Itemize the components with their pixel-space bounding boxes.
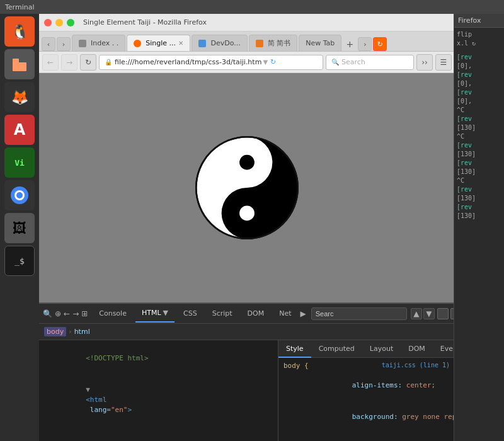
ff-tab-single[interactable]: Single ... ✕ bbox=[127, 35, 190, 51]
dt-breadcrumb-html[interactable]: html bbox=[74, 328, 90, 336]
ff-url-protocol-icon: 🔒 bbox=[105, 59, 112, 66]
ff-tab-newtab[interactable]: New Tab bbox=[299, 35, 341, 51]
dt-expand-btn[interactable]: ⊞ bbox=[81, 307, 88, 321]
extra-term-line-13: [rev bbox=[457, 159, 501, 168]
extra-term-line-17: [130] bbox=[457, 194, 501, 203]
ff-tab-jianshu[interactable]: 简 简书 bbox=[249, 35, 298, 51]
dt-search-up[interactable]: ▲ bbox=[411, 308, 422, 319]
extra-term-line-1: [rev bbox=[457, 53, 501, 62]
dt-search-input[interactable] bbox=[311, 307, 407, 320]
sidebar-icon-files[interactable] bbox=[4, 49, 35, 79]
ff-tab-forward[interactable]: › bbox=[57, 37, 71, 51]
html-head-line[interactable]: ▶ <head> bbox=[42, 426, 275, 441]
ff-url-bar[interactable]: 🔒 file:///home/reverland/tmp/css-3d/taij… bbox=[99, 55, 323, 70]
dt-styles-tab-style[interactable]: Style bbox=[278, 340, 311, 358]
ff-reload-url-btn[interactable]: ↻ bbox=[270, 58, 276, 66]
ff-tab-index[interactable]: Index . . bbox=[72, 35, 125, 51]
sidebar-icon-terminal[interactable]: _$ bbox=[4, 246, 35, 276]
ff-url-text: file:///home/reverland/tmp/css-3d/taiji.… bbox=[115, 58, 261, 66]
dt-styles-tabs: Style Computed Layout DOM Events bbox=[278, 340, 455, 358]
devtools-toolbar: 🔍 ⊕ ← → ⊞ Console HTML ▼ CSS Script DOM bbox=[39, 304, 455, 324]
sidebar-icon-ubuntu[interactable]: 🐧 bbox=[4, 16, 35, 47]
dt-styles-tab-layout[interactable]: Layout bbox=[362, 340, 401, 358]
extra-term-line-9: [130] bbox=[457, 123, 501, 132]
extra-term-line-12: [130] bbox=[457, 150, 501, 159]
ff-sync-btn[interactable]: ↻ bbox=[373, 37, 387, 51]
svg-point-4 bbox=[16, 192, 23, 198]
ff-page-content bbox=[39, 73, 455, 302]
dt-tab-html[interactable]: HTML ▼ bbox=[135, 305, 175, 323]
ff-tab-single-close[interactable]: ✕ bbox=[178, 40, 183, 47]
dt-styles-tab-computed[interactable]: Computed bbox=[311, 340, 362, 358]
firefox-window: Single Element Taiji - Mozilla Firefox ‹… bbox=[39, 14, 455, 441]
dt-prop-bg: background: grey none repeat scroll 0 bbox=[284, 401, 450, 433]
dt-nav-back[interactable]: ← bbox=[64, 307, 70, 321]
ff-tabs-bar: ‹ › Index . . Single ... ✕ DevDo... 简 简书… bbox=[39, 32, 455, 52]
ff-search-text: Search bbox=[341, 58, 365, 66]
ff-tab-devdo[interactable]: DevDo... bbox=[192, 35, 247, 51]
dt-minimize[interactable] bbox=[437, 308, 449, 319]
extra-term-line-4: [0], bbox=[457, 79, 501, 88]
ff-maximize-btn[interactable] bbox=[67, 19, 74, 26]
ff-tab-back[interactable]: ‹ bbox=[42, 37, 55, 51]
ff-tab-overflow[interactable]: › bbox=[358, 37, 372, 51]
ff-toolbar: ← → ↻ 🔒 file:///home/reverland/tmp/css-3… bbox=[39, 52, 455, 73]
dt-picker-icon[interactable]: ⊕ bbox=[55, 307, 61, 321]
dt-nav-forward[interactable]: → bbox=[72, 307, 79, 321]
dt-tab-net[interactable]: Net bbox=[273, 305, 297, 323]
extra-term-line-14: [130] bbox=[457, 168, 501, 176]
sidebar-icon-fontviewer[interactable]: A bbox=[4, 115, 35, 145]
ff-minimize-btn[interactable] bbox=[55, 19, 63, 26]
ff-back-btn[interactable]: ← bbox=[42, 54, 59, 71]
svg-point-6 bbox=[239, 205, 255, 220]
dt-search-nav: ▲ ▼ bbox=[411, 308, 435, 319]
dt-tab-css[interactable]: CSS bbox=[177, 305, 203, 323]
dt-search-down[interactable]: ▼ bbox=[423, 308, 435, 319]
ff-search-icon: 🔍 bbox=[331, 59, 339, 66]
dt-prop-align: align-items: center; bbox=[284, 370, 450, 401]
extra-term-line-6: [0], bbox=[457, 97, 501, 106]
extra-line-xl: x.l ↻ bbox=[457, 39, 501, 48]
dt-inspector-icon[interactable]: 🔍 bbox=[43, 307, 52, 321]
ff-tab-single-label: Single ... bbox=[146, 39, 176, 47]
sidebar: 🐧 🦊 A Vi 🖼 _$ bbox=[0, 14, 39, 441]
extra-term-line-18: [rev bbox=[457, 203, 501, 212]
dt-styles-tab-events[interactable]: Events bbox=[433, 340, 455, 358]
extra-term-line-10: ^C bbox=[457, 132, 501, 141]
dt-rule-body: body { taiji.css (line 1) align-items: c… bbox=[284, 362, 450, 441]
terminal-titlebar: Terminal bbox=[0, 0, 504, 14]
sidebar-icon-chromium[interactable] bbox=[4, 180, 35, 210]
dt-tab-console[interactable]: Console bbox=[93, 305, 133, 323]
ff-close-btn[interactable] bbox=[44, 19, 52, 26]
ff-forward-btn[interactable]: → bbox=[61, 54, 77, 71]
extra-term-line-7: ^C bbox=[457, 106, 501, 115]
sidebar-icon-imageviewer[interactable]: 🖼 bbox=[4, 213, 35, 243]
svg-point-7 bbox=[239, 155, 255, 170]
dt-prop-display: display: flex; bbox=[284, 433, 450, 441]
html-doctype-line: <!DOCTYPE html> bbox=[42, 343, 275, 374]
extra-panel-title: Firefox bbox=[454, 14, 504, 28]
ff-new-tab-btn[interactable]: + bbox=[343, 37, 357, 51]
dt-html-panel: <!DOCTYPE html> ▼ <html lang="en"> ▶ <he… bbox=[39, 340, 278, 441]
dt-expand-panels[interactable]: ▶ bbox=[301, 307, 306, 321]
ff-reload-btn[interactable]: ↻ bbox=[80, 54, 96, 71]
ff-search-bar[interactable]: 🔍 Search bbox=[326, 55, 414, 70]
sidebar-icon-firefox[interactable]: 🦊 bbox=[4, 82, 35, 112]
sidebar-icon-vim[interactable]: Vi bbox=[4, 147, 35, 178]
ff-tab-index-label: Index . . bbox=[91, 39, 118, 47]
dt-breadcrumb-body[interactable]: body bbox=[44, 327, 66, 336]
devtools-panel: 🔍 ⊕ ← → ⊞ Console HTML ▼ CSS Script DOM bbox=[39, 302, 455, 441]
dt-tab-dom[interactable]: DOM bbox=[241, 305, 271, 323]
extra-terminal-content: flip x.l ↻ [rev [0], [rev [0], [rev [0],… bbox=[454, 28, 504, 223]
dt-tab-script[interactable]: Script bbox=[206, 305, 239, 323]
dt-html-dropdown[interactable]: ▼ bbox=[163, 309, 168, 317]
ff-tab-jianshu-label: 简 简书 bbox=[268, 38, 291, 48]
dt-main-area: <!DOCTYPE html> ▼ <html lang="en"> ▶ <he… bbox=[39, 340, 455, 441]
ff-url-dropdown[interactable]: ▼ bbox=[263, 59, 268, 66]
ff-menu-btn[interactable]: ☰ bbox=[435, 54, 452, 71]
html-html-line[interactable]: ▼ <html lang="en"> bbox=[42, 374, 275, 426]
extra-term-line-19: [130] bbox=[457, 212, 501, 220]
ff-overflow-btn[interactable]: ›› bbox=[416, 54, 433, 71]
dt-styles-tab-dom2[interactable]: DOM bbox=[401, 340, 433, 358]
extra-term-line-11: [rev bbox=[457, 141, 501, 150]
